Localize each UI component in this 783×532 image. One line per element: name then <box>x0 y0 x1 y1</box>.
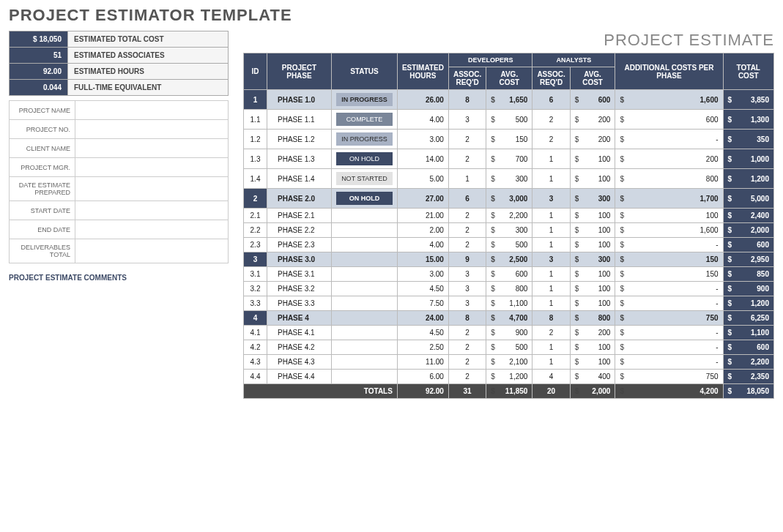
cell-an-assoc: 1 <box>532 296 570 311</box>
meta-value[interactable] <box>75 239 229 263</box>
meta-value[interactable] <box>75 101 229 120</box>
totals-add: 4,200 <box>626 384 723 399</box>
cell-id: 2 <box>244 189 267 209</box>
summary-label: ESTIMATED HOURS <box>68 64 229 80</box>
currency-symbol: $ <box>723 90 733 110</box>
cell-add: 150 <box>626 267 723 282</box>
cell-total: 1,100 <box>733 326 773 340</box>
meta-value[interactable] <box>75 120 229 139</box>
currency-symbol: $ <box>723 282 733 296</box>
cell-total: 5,000 <box>733 189 773 209</box>
totals-an-assoc: 20 <box>532 384 570 399</box>
totals-an-cost: 2,000 <box>580 384 615 399</box>
cell-dev-assoc: 3 <box>448 267 486 282</box>
table-row: 1.2 PHASE 1.2 IN PROGRESS 3.00 2 $ 150 2… <box>244 130 774 149</box>
comments-label: PROJECT ESTIMATE COMMENTS <box>9 274 229 282</box>
cell-dev-cost: 500 <box>497 110 532 130</box>
table-row: 4.4 PHASE 4.4 6.00 2 $ 1,200 4 $ 400 $ 7… <box>244 370 774 384</box>
currency-symbol: $ <box>615 311 626 326</box>
totals-label: TOTALS <box>244 384 398 399</box>
cell-dev-cost: 900 <box>497 326 532 340</box>
meta-value[interactable] <box>75 201 229 220</box>
cell-dev-cost: 2,100 <box>497 355 532 370</box>
cell-hours: 15.00 <box>397 252 448 267</box>
cell-dev-assoc: 2 <box>448 370 486 384</box>
table-row: 3.3 PHASE 3.3 7.50 3 $ 1,100 1 $ 100 $ -… <box>244 296 774 311</box>
cell-hours: 24.00 <box>397 311 448 326</box>
cell-an-cost: 100 <box>580 282 615 296</box>
currency-symbol: $ <box>615 110 626 130</box>
cell-dev-assoc: 6 <box>448 189 486 209</box>
cell-dev-assoc: 8 <box>448 90 486 110</box>
currency-symbol: $ <box>615 189 626 209</box>
cell-an-cost: 100 <box>580 223 615 238</box>
table-row: 4 PHASE 4 24.00 8 $ 4,700 8 $ 800 $ 750 … <box>244 311 774 326</box>
meta-label: END DATE <box>10 220 75 239</box>
table-row: 4.1 PHASE 4.1 4.50 2 $ 900 2 $ 200 $ - $… <box>244 326 774 340</box>
cell-add: - <box>626 340 723 355</box>
cell-an-assoc: 3 <box>532 252 570 267</box>
currency-symbol: $ <box>486 311 497 326</box>
currency-symbol: $ <box>486 252 497 267</box>
cell-dev-cost: 3,000 <box>497 189 532 209</box>
cell-an-cost: 100 <box>580 267 615 282</box>
meta-value[interactable] <box>75 177 229 201</box>
currency-symbol: $ <box>615 130 626 149</box>
summary-value: 0.044 <box>10 80 68 96</box>
meta-value[interactable] <box>75 220 229 239</box>
cell-id: 3.2 <box>244 282 267 296</box>
cell-an-assoc: 2 <box>532 130 570 149</box>
currency-symbol: $ <box>723 370 733 384</box>
table-row: 2.1 PHASE 2.1 21.00 2 $ 2,200 1 $ 100 $ … <box>244 209 774 223</box>
currency-symbol: $ <box>570 370 580 384</box>
cell-total: 2,200 <box>733 355 773 370</box>
cell-status <box>331 238 397 252</box>
summary-label: FULL-TIME EQUIVALENT <box>68 80 229 96</box>
cell-status: NOT STARTED <box>331 169 397 189</box>
cell-status: ON HOLD <box>331 189 397 209</box>
cell-an-cost: 100 <box>580 169 615 189</box>
currency-symbol: $ <box>723 296 733 311</box>
currency-symbol: $ <box>723 311 733 326</box>
currency-symbol: $ <box>570 223 580 238</box>
currency-symbol: $ <box>486 90 497 110</box>
currency-symbol: $ <box>615 282 626 296</box>
cell-an-assoc: 3 <box>532 189 570 209</box>
cell-add: 200 <box>626 149 723 169</box>
cell-dev-cost: 4,700 <box>497 311 532 326</box>
currency-symbol: $ <box>615 384 626 399</box>
cell-an-cost: 300 <box>580 252 615 267</box>
cell-an-cost: 400 <box>580 370 615 384</box>
cell-total: 850 <box>733 267 773 282</box>
cell-dev-assoc: 2 <box>448 340 486 355</box>
cell-total: 2,950 <box>733 252 773 267</box>
table-row: 2 PHASE 2.0 ON HOLD 27.00 6 $ 3,000 3 $ … <box>244 189 774 209</box>
cell-total: 900 <box>733 282 773 296</box>
currency-symbol: $ <box>615 149 626 169</box>
cell-add: 1,700 <box>626 189 723 209</box>
cell-an-cost: 100 <box>580 238 615 252</box>
cell-total: 1,200 <box>733 169 773 189</box>
summary-value: 92.00 <box>10 64 68 80</box>
cell-phase: PHASE 4.3 <box>267 355 332 370</box>
cell-hours: 2.50 <box>397 340 448 355</box>
cell-total: 350 <box>733 130 773 149</box>
cell-hours: 3.00 <box>397 267 448 282</box>
currency-symbol: $ <box>570 110 580 130</box>
cell-phase: PHASE 3.1 <box>267 267 332 282</box>
cell-dev-cost: 1,200 <box>497 370 532 384</box>
cell-phase: PHASE 4.2 <box>267 340 332 355</box>
cell-an-cost: 800 <box>580 311 615 326</box>
totals-dev-assoc: 31 <box>448 384 486 399</box>
currency-symbol: $ <box>486 238 497 252</box>
currency-symbol: $ <box>723 223 733 238</box>
currency-symbol: $ <box>486 340 497 355</box>
cell-id: 3.3 <box>244 296 267 311</box>
cell-dev-cost: 150 <box>497 130 532 149</box>
status-badge: IN PROGRESS <box>336 93 393 106</box>
cell-total: 600 <box>733 238 773 252</box>
meta-value[interactable] <box>75 158 229 177</box>
meta-value[interactable] <box>75 139 229 158</box>
cell-add: 150 <box>626 252 723 267</box>
currency-symbol: $ <box>615 370 626 384</box>
